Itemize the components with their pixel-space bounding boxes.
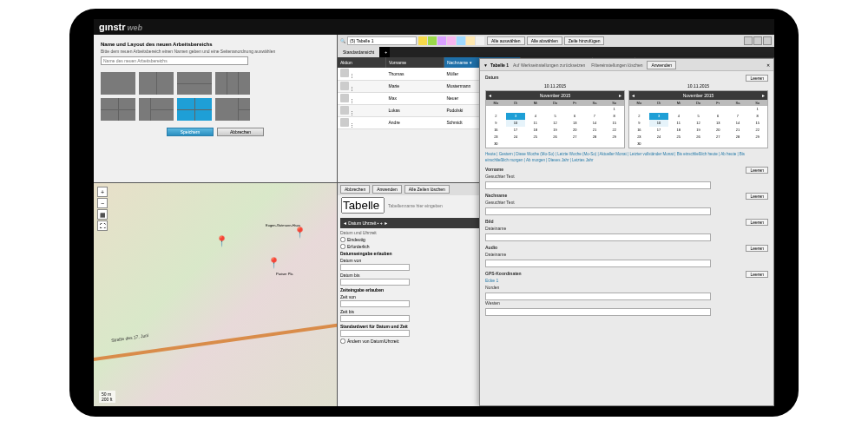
calendar-day[interactable]: 3 <box>506 113 526 120</box>
calendar-day[interactable]: 7 <box>728 113 748 120</box>
color-chip[interactable] <box>457 36 465 45</box>
calendar-day[interactable]: 20 <box>708 127 728 134</box>
calendar-day[interactable]: 9 <box>486 120 506 127</box>
layout-option[interactable] <box>215 98 250 121</box>
layout-option[interactable] <box>139 72 174 95</box>
calendar-day[interactable]: 23 <box>486 134 506 141</box>
add-row-button[interactable]: Zeile hinzufügen <box>564 36 605 45</box>
map-pin[interactable]: 📍 <box>267 257 276 269</box>
calendar-day[interactable]: 7 <box>585 113 605 120</box>
calendar-day[interactable] <box>525 106 545 113</box>
calendar-day[interactable]: 22 <box>747 127 767 134</box>
zoom-out-button[interactable]: − <box>97 198 108 208</box>
row-menu-icon[interactable]: ⋮ <box>350 98 354 103</box>
clear-button[interactable]: Leeren <box>746 219 768 226</box>
calendar-day[interactable] <box>649 141 669 148</box>
calendar-day[interactable]: 10 <box>649 120 669 127</box>
cancel-button[interactable]: Abbrechen <box>217 128 264 136</box>
calendar-day[interactable] <box>486 106 506 113</box>
row-menu-icon[interactable]: ⋮ <box>350 110 354 115</box>
calendar-day[interactable]: 8 <box>747 113 767 120</box>
calendar-day[interactable]: 26 <box>545 134 565 141</box>
map-pin[interactable]: 📍 <box>215 235 224 247</box>
calendar-day[interactable]: 9 <box>629 120 649 127</box>
clear-button[interactable]: Leeren <box>746 193 768 200</box>
calendar-day[interactable]: 4 <box>668 113 688 120</box>
calendar-day[interactable]: 1 <box>747 106 767 113</box>
layout-option[interactable] <box>139 98 174 121</box>
date-from-input[interactable] <box>340 264 410 271</box>
calendar-day[interactable] <box>506 106 526 113</box>
calendar-day[interactable] <box>604 141 624 148</box>
clear-button[interactable]: Leeren <box>746 245 768 252</box>
calendar-day[interactable]: 22 <box>604 127 624 134</box>
next-month-icon[interactable]: ► <box>761 91 766 100</box>
color-chip[interactable] <box>428 36 437 45</box>
fullscreen-button[interactable]: ⛶ <box>97 220 108 231</box>
date-quick-links[interactable]: Heute | Gestern | Diese Woche (Mo-So) | … <box>485 151 768 163</box>
table-name-input[interactable] <box>341 197 385 214</box>
calendar-day[interactable]: 18 <box>525 127 545 134</box>
calendar-day[interactable] <box>545 106 565 113</box>
color-chip[interactable] <box>418 36 427 45</box>
time-from-input[interactable] <box>340 300 410 307</box>
calendar-day[interactable]: 12 <box>545 120 565 127</box>
calendar-day[interactable] <box>728 106 748 113</box>
color-chip[interactable] <box>437 36 446 45</box>
layout-option[interactable] <box>101 72 135 95</box>
layers-button[interactable]: ▦ <box>97 209 108 220</box>
calendar-day[interactable]: 26 <box>688 134 708 141</box>
calendar-day[interactable]: 11 <box>668 120 688 127</box>
calendar-to[interactable]: ◄November 2015► MoDiMiDoFrSaSo1234567891… <box>628 90 768 148</box>
calendar-day[interactable]: 13 <box>708 120 728 127</box>
calendar-day[interactable]: 6 <box>565 113 585 120</box>
calendar-day[interactable]: 29 <box>747 134 767 141</box>
filter-icon[interactable] <box>744 36 753 45</box>
default-value-input[interactable] <box>340 330 410 337</box>
calendar-day[interactable] <box>708 141 728 148</box>
calendar-day[interactable]: 15 <box>604 120 624 127</box>
time-to-input[interactable] <box>340 315 410 322</box>
gps-north-input[interactable] <box>485 293 711 300</box>
next-month-icon[interactable]: ► <box>618 91 622 100</box>
collapse-icon[interactable] <box>753 36 762 45</box>
calendar-day[interactable]: 16 <box>629 127 649 134</box>
calendar-day[interactable]: 27 <box>565 134 585 141</box>
bild-filter-input[interactable] <box>485 233 711 241</box>
calendar-day[interactable]: 25 <box>668 134 688 141</box>
calendar-day[interactable]: 11 <box>525 120 545 127</box>
calendar-day[interactable] <box>565 141 585 148</box>
color-chip[interactable] <box>447 36 456 45</box>
map-canvas[interactable]: + − ▦ ⛶ 📍 📍 📍 Straße des 17. Juni Eugen-… <box>94 183 337 406</box>
calendar-day[interactable] <box>585 106 605 113</box>
calendar-day[interactable]: 8 <box>604 113 624 120</box>
calendar-day[interactable]: 28 <box>728 134 748 141</box>
calendar-day[interactable]: 6 <box>708 113 728 120</box>
calendar-day[interactable]: 14 <box>728 120 748 127</box>
layout-option[interactable] <box>177 72 212 95</box>
calendar-day[interactable] <box>708 106 728 113</box>
color-chip[interactable] <box>476 36 484 45</box>
calendar-day[interactable]: 24 <box>506 134 526 141</box>
calendar-day[interactable] <box>565 106 585 113</box>
calendar-day[interactable]: 20 <box>565 127 585 134</box>
calendar-day[interactable]: 5 <box>545 113 565 120</box>
apply-button[interactable]: Anwenden <box>372 185 402 194</box>
calendar-day[interactable]: 1 <box>604 106 624 113</box>
calendar-day[interactable]: 3 <box>649 113 669 120</box>
table-search-input[interactable] <box>347 36 417 45</box>
calendar-day[interactable]: 5 <box>688 113 708 120</box>
audio-filter-input[interactable] <box>485 260 711 267</box>
clear-button[interactable]: Leeren <box>746 75 768 82</box>
calendar-day[interactable]: 2 <box>629 113 649 120</box>
gps-west-input[interactable] <box>485 308 711 316</box>
color-chip[interactable] <box>466 36 475 45</box>
calendar-day[interactable]: 15 <box>747 120 767 127</box>
calendar-day[interactable]: 25 <box>525 134 545 141</box>
calendar-day[interactable]: 24 <box>649 134 669 141</box>
workspace-name-input[interactable] <box>101 56 248 65</box>
clear-button[interactable]: Leeren <box>746 167 768 174</box>
deselect-all-button[interactable]: Alle abwählen <box>527 36 562 45</box>
calendar-day[interactable]: 21 <box>585 127 605 134</box>
calendar-day[interactable]: 30 <box>629 141 649 148</box>
